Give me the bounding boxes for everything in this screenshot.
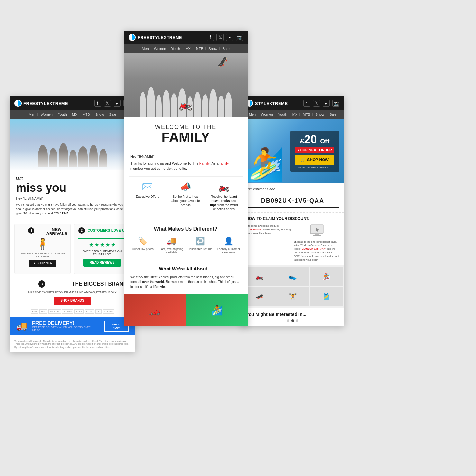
miss-title-main: miss you <box>16 182 129 194</box>
right-twitter-icon[interactable]: 𝕏 <box>313 100 320 107</box>
product-thumb-4[interactable]: 🛹 <box>243 287 276 306</box>
surfer-icon: 🏄 <box>244 145 285 183</box>
voucher-code-ref: DB092UK-1V5-QAA <box>301 247 325 250</box>
right-nav-mtb[interactable]: MTB <box>301 113 312 116</box>
bottom-images: 🏎️ 🏄 <box>124 294 248 326</box>
svg-rect-3 <box>313 235 321 236</box>
discount-box: £20 Off YOUR NEXT ORDER 🛒 SHOP NOW *FOR … <box>290 131 339 172</box>
center-logo: FREESTYLEXTREME <box>129 34 182 41</box>
bottom-image-left: 🏎️ <box>124 294 186 326</box>
left-logo: FREESTYLEXTREME <box>14 100 68 107</box>
left-nav-mtb[interactable]: MTB <box>80 113 92 116</box>
diff-low-prices-label: Super low prices <box>129 247 157 251</box>
star-3: ★ <box>100 242 105 248</box>
discount-off-text: Off <box>320 138 329 145</box>
right-header: STYLEXTREME f 𝕏 ▶ 📷 <box>241 96 344 110</box>
voucher-code-box: DB092UK-1V5-QAA <box>246 194 339 208</box>
read-reviews-button[interactable]: READ REVIEWS <box>83 259 121 267</box>
crowd-image: 🛹 🏍️ <box>124 53 248 117</box>
dot-3[interactable] <box>296 319 298 322</box>
brand-logo-vans: VANS <box>74 309 84 314</box>
left-facebook-icon[interactable]: f <box>94 100 101 107</box>
right-nav-men[interactable]: Men <box>247 113 258 116</box>
right-nav: Men Women Youth MX MTB Snow Sale <box>241 110 344 119</box>
product-thumb-1[interactable]: 🏍️ <box>243 267 276 286</box>
product-thumb-2[interactable]: 👟 <box>276 267 309 286</box>
diff-returns-label: Hassle-free returns <box>186 247 215 251</box>
miss-greeting: Hey *|LIST:NAME|* <box>16 196 129 201</box>
step-1-text: ff to some awesome products Xtreme.com -… <box>246 224 291 235</box>
star-5: ★ <box>111 242 115 248</box>
arrivals-sub-text: HUNDREDS OF NEW PRODUCTS ADDED EACH WEEK <box>18 252 67 258</box>
left-nav-men[interactable]: Men <box>27 113 38 116</box>
shop-new-button[interactable]: ◄ SHOP NEW <box>29 260 56 267</box>
about-text: We stock the latest, coolest products fr… <box>130 275 241 289</box>
step-2-label: 2. <box>294 240 297 243</box>
benefit-first-to-hear: 📣 Be the first to hear about your favour… <box>167 177 205 216</box>
nav-sale[interactable]: Sale <box>221 47 232 50</box>
min-order-text: *FOR ORDERS OVER £120 <box>295 166 334 169</box>
left-nav-snow[interactable]: Snow <box>93 113 106 116</box>
miss-you-text: we miss you Hey *|LIST:NAME|* We've noti… <box>10 170 135 221</box>
nav-women[interactable]: Women <box>152 47 169 50</box>
left-nav-sale[interactable]: Sale <box>107 113 118 116</box>
right-nav-sale[interactable]: Sale <box>327 113 338 116</box>
voucher-section: use Voucher Code DB092UK-1V5-QAA <box>241 183 344 213</box>
center-nav: Men Women Youth MX MTB Snow Sale <box>124 44 248 53</box>
left-twitter-icon[interactable]: 𝕏 <box>104 100 111 107</box>
customers-trustpilot: ★ ★ ★ ★ ★ OVER 3,500 5* REVIEWS ON TRUST… <box>78 238 127 270</box>
card-left: FREESTYLEXTREME f 𝕏 ▶ 📷 Men Women Youth … <box>10 96 135 352</box>
twitter-icon[interactable]: 𝕏 <box>216 34 224 41</box>
instagram-icon[interactable]: 📷 <box>236 34 243 41</box>
star-1: ★ <box>89 242 94 248</box>
left-nav-youth[interactable]: Youth <box>56 113 69 116</box>
diff-shipping: 🚚 Fast, free shipping available <box>157 237 186 255</box>
left-youtube-icon[interactable]: ▶ <box>114 100 121 107</box>
hero-overlay <box>10 151 135 170</box>
star-2: ★ <box>95 242 99 248</box>
star-4: ★ <box>105 242 110 248</box>
dot-2-active[interactable] <box>291 319 294 322</box>
benefit-latest-news-text: Receive the latest news, tricks and flip… <box>208 195 240 211</box>
brand-logo-roxy: ROXY <box>85 309 94 314</box>
shop-now-yellow-button[interactable]: 🛒 SHOP NOW <box>295 155 334 165</box>
diff-low-prices: 🏷️ Super low prices <box>129 237 157 255</box>
social-icons: f 𝕏 ▶ 📷 <box>207 34 243 41</box>
new-arrivals-feature: 1 NEWARRIVALS 🧍 HUNDREDS OF NEW PRODUCTS… <box>14 224 71 274</box>
biggest-brands-title: THE BIGGEST BRANDS <box>72 281 130 287</box>
might-interest-heading: You Might Be Interested In... <box>246 312 339 317</box>
youtube-icon[interactable]: ▶ <box>226 34 233 41</box>
new-arrivals-text: NEWARRIVALS <box>46 227 67 236</box>
facebook-icon[interactable]: f <box>207 34 214 41</box>
left-nav-women[interactable]: Women <box>39 113 55 116</box>
benefit-first-to-hear-text: Be the first to hear about your favourit… <box>170 195 202 207</box>
nav-youth[interactable]: Youth <box>169 47 182 50</box>
welcome-hero-image: 🛹 🏍️ <box>124 53 248 117</box>
right-instagram-icon[interactable]: 📷 <box>332 100 339 107</box>
envelope-icon: ✉️ <box>132 181 163 192</box>
product-thumb-3[interactable]: 🏂 <box>310 267 343 286</box>
nav-men[interactable]: Men <box>140 47 151 50</box>
how-to-claim-heading: HOW TO CLAIM YOUR DISCOUNT: <box>246 216 339 221</box>
greeting-text: Hey *|FNAME|* <box>130 154 241 159</box>
product-thumb-5[interactable]: 🏋️ <box>276 287 309 306</box>
right-nav-snow[interactable]: Snow <box>314 113 327 116</box>
right-facebook-icon[interactable]: f <box>303 100 310 107</box>
brand-logos-row: BZN FOX VOLCOM ETNIES VANS ROXY DC ADIDA… <box>10 308 135 315</box>
dot-1[interactable] <box>287 319 289 322</box>
step-2-icon <box>294 224 339 238</box>
welcome-body: Thanks for signing up and Welcome To The… <box>130 161 241 171</box>
right-nav-women[interactable]: Women <box>259 113 275 116</box>
left-nav-mx[interactable]: MX <box>70 113 80 116</box>
welcome-greeting: Hey *|FNAME|* Thanks for signing up and … <box>124 151 248 176</box>
diff-customer-care-label: Friendly customer care team <box>214 247 243 255</box>
shop-brands-button[interactable]: SHOP BRANDS <box>54 297 91 305</box>
nav-mx[interactable]: MX <box>183 47 193 50</box>
right-nav-mx[interactable]: MX <box>290 113 300 116</box>
nav-snow[interactable]: Snow <box>206 47 220 50</box>
nav-mtb[interactable]: MTB <box>194 47 206 50</box>
right-nav-youth[interactable]: Youth <box>276 113 289 116</box>
product-thumb-6[interactable]: 🎽 <box>310 287 343 306</box>
brand-logo-etnies: ETNIES <box>62 309 73 314</box>
right-youtube-icon[interactable]: ▶ <box>323 100 330 107</box>
